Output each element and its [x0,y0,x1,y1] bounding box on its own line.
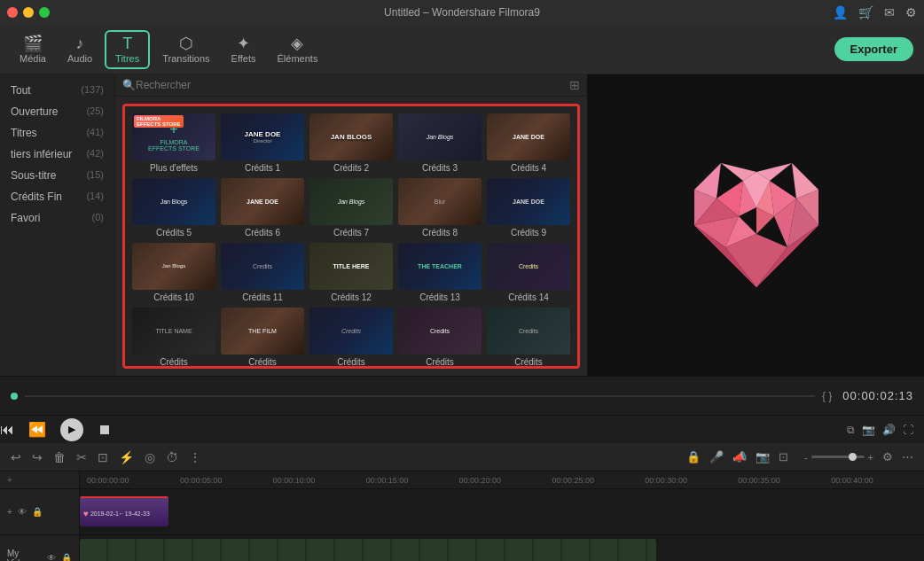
add-track-icon[interactable]: + [7,475,12,485]
snapshot-icon[interactable]: 📷 [862,424,875,436]
sidebar-item-ouverture[interactable]: Ouverture (25) [0,101,114,122]
timer-button[interactable]: ⏱ [166,450,178,464]
delete-button[interactable]: 🗑 [53,450,66,464]
redo-button[interactable]: ↪ [32,450,43,464]
fullscreen-icon[interactable]: ⛶ [903,424,913,436]
grid-item-credits5[interactable]: Jan Blogs Crédits 5 [132,178,215,238]
pip2-icon[interactable]: ⊡ [779,450,788,464]
grid-item-r4-1[interactable]: TITLE NAME Crédits [132,308,215,367]
sidebar-item-tout[interactable]: Tout (137) [0,80,114,101]
step-back-button[interactable]: ⏪ [28,421,46,438]
grid-label-8: Crédits 8 [422,228,458,238]
toolbar: 🎬 Média ♪ Audio T Titres ⬡ Transitions ✦… [0,25,924,74]
grid-item-r4-5[interactable]: Credits Crédits [487,308,570,367]
sidebar-item-favori[interactable]: Favori (0) [0,207,114,229]
progress-bar[interactable] [25,395,815,397]
grid-item-credits11[interactable]: Credits Crédits 11 [221,243,304,302]
settings2-icon[interactable]: ⚙ [882,450,893,464]
play-button[interactable]: ▶ [60,418,83,441]
track-add-icon[interactable]: + [7,507,12,517]
grid-item-credits7[interactable]: Jan Blogs Crédits 7 [309,178,393,238]
grid-item-credits14[interactable]: Credits Crédits 14 [487,243,570,302]
sidebar-item-soustitre[interactable]: Sous-titre (15) [0,165,114,186]
track-eye-icon2[interactable]: 👁 [47,553,56,561]
stabilize-button[interactable]: ◎ [145,450,155,464]
maximize-button[interactable] [39,7,50,18]
grid-item-credits12[interactable]: TITLE HERE Crédits 12 [309,243,393,302]
undo-button[interactable]: ↩ [11,450,21,464]
minimize-button[interactable] [23,7,34,18]
track-lock-icon[interactable]: 🔒 [686,450,701,464]
sidebar-item-titres[interactable]: Titres (41) [0,122,114,144]
sidebar-item-tiers[interactable]: tiers inférieur (42) [0,144,114,165]
grid-label-9: Crédits 9 [511,228,546,238]
volume-icon[interactable]: 🔊 [882,424,896,436]
microphone-icon[interactable]: 🎤 [709,450,724,464]
grid-item-r4-4[interactable]: Credits Crédits [398,308,482,367]
zoom-out-icon[interactable]: - [804,452,808,463]
track-label-video: My Video [7,549,42,562]
skip-back-button[interactable]: ⏮ [0,422,14,438]
cut-button[interactable]: ✂ [76,450,87,464]
zoom-thumb[interactable] [849,453,857,461]
progress-indicator [11,393,18,400]
ruler-mark-2: 00:00:10:00 [273,476,366,485]
cart-icon[interactable]: 🛒 [858,5,873,19]
gear-icon[interactable]: ⚙ [905,5,917,19]
track-eye-icon[interactable]: 👁 [18,507,27,517]
split-button[interactable]: ⋮ [189,450,201,464]
grid-item-credits13[interactable]: THE TEACHER Crédits 13 [398,243,482,302]
grid-item-credits2[interactable]: JAN BLOGS Crédits 2 [309,113,393,173]
pip-icon[interactable]: ⧉ [847,424,855,436]
zoom-in-icon[interactable]: + [868,452,873,463]
window-title: Untitled – Wondershare Filmora9 [384,6,540,19]
toolbar-item-audio[interactable]: ♪ Audio [59,32,101,67]
sidebar-count-soustitre: (15) [86,169,104,182]
person-icon[interactable]: 👤 [833,5,848,19]
crop-button[interactable]: ⊡ [98,450,108,464]
toolbar-item-titles[interactable]: T Titres [105,30,150,69]
grid-item-r4-2[interactable]: THE FILM Crédits [221,308,304,367]
mail-icon[interactable]: ✉ [884,5,895,19]
search-icon: 🔍 [122,79,136,91]
grid-item-r4-3[interactable]: Credits Crédits [309,308,393,367]
track-lock-icon3[interactable]: 🔒 [61,553,72,561]
grid-item-credits3[interactable]: Jan Blogs Crédits 3 [398,113,482,173]
toolbar-item-media[interactable]: 🎬 Média [11,32,55,67]
search-input[interactable] [136,79,569,91]
sidebar-item-creditsfin[interactable]: Crédits Fin (14) [0,186,114,207]
track-lock-icon2[interactable]: 🔒 [32,507,43,517]
zoom-slider[interactable] [811,456,865,458]
close-button[interactable] [7,7,18,18]
grid-item-credits9[interactable]: JANE DOE Crédits 9 [487,178,570,238]
sidebar-count-tiers: (42) [86,148,104,160]
toolbar-item-transitions[interactable]: ⬡ Transitions [153,32,218,67]
playback-controls: ⏮ ⏪ ▶ ⏹ ⧉ 📷 🔊 ⛶ [0,415,924,443]
export-button[interactable]: Exporter [834,37,913,61]
toolbar-item-elements[interactable]: ◈ Éléments [269,32,327,67]
ruler-mark-4: 00:00:20:00 [459,476,552,485]
title-clip[interactable]: ♥ 2019-02-1←19-42-33 [80,496,168,526]
grid-item-credits4[interactable]: JANE DOE Crédits 4 [487,113,570,173]
sidebar-count-favori: (0) [92,212,104,224]
sidebar-label-creditsfin: Crédits Fin [11,191,62,203]
grid-item-credits1[interactable]: JANE DOE Director Crédits 1 [221,113,304,173]
grid-item-more-effects[interactable]: + FILMORAEFFECTS STORE FILMORAEFFECTS ST… [132,113,215,173]
grid-view-icon[interactable]: ⊞ [569,78,580,92]
speed-button[interactable]: ⚡ [119,450,134,464]
sidebar-label-titres: Titres [11,127,37,139]
sidebar-count-titres: (41) [86,127,104,139]
stop-button[interactable]: ⏹ [98,422,112,438]
toolbar-item-effects[interactable]: ✦ Effets [223,32,265,67]
media-icon: 🎬 [23,35,43,51]
camera-icon[interactable]: 📷 [756,450,770,464]
grid-item-credits10[interactable]: Jan Blogs Crédits 10 [132,243,215,302]
grid-item-credits6[interactable]: JANE DOE Crédits 6 [221,178,304,238]
title-bar: Untitled – Wondershare Filmora9 👤 🛒 ✉ ⚙ [0,0,924,25]
voiceover-icon[interactable]: 📣 [732,450,747,464]
video-clip[interactable] [80,539,656,561]
title-clip-label: 2019-02-1←19-42-33 [90,510,150,517]
more-icon[interactable]: ⋯ [902,450,913,464]
grid-label-5: Crédits 5 [156,228,192,238]
grid-item-credits8[interactable]: Blur Crédits 8 [398,178,482,238]
